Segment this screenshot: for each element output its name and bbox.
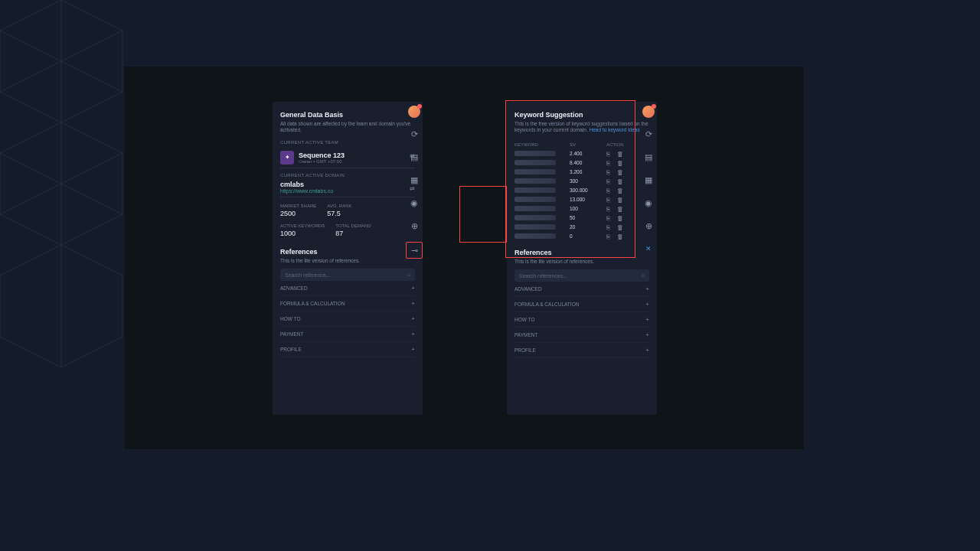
- copy-icon[interactable]: ⎘: [606, 169, 612, 175]
- copy-icon[interactable]: ⎘: [606, 160, 612, 166]
- avg-rank-label: AVG. RANK: [327, 204, 351, 208]
- copy-icon[interactable]: ⎘: [606, 197, 612, 203]
- reference-item[interactable]: FORMULA & CALCULATION+: [280, 296, 415, 311]
- references-subtitle: This is the lite version of references.: [280, 258, 415, 264]
- keyword-blurred: [514, 187, 556, 193]
- total-demand-value: 87: [335, 230, 371, 237]
- keyword-row: 0⎘🗑: [514, 232, 649, 241]
- delete-icon[interactable]: 🗑: [617, 197, 623, 203]
- plus-icon: +: [411, 300, 415, 307]
- clipboard-icon[interactable]: ▤: [642, 150, 655, 164]
- sv-value: 8.400: [570, 160, 606, 165]
- copy-icon[interactable]: ⎘: [606, 233, 612, 240]
- reference-item[interactable]: FORMULA & CALCULATION+: [514, 297, 649, 312]
- team-meta: Owner • GMT +07:00: [299, 159, 345, 164]
- delete-icon[interactable]: 🗑: [617, 187, 623, 194]
- team-label: CURRENT ACTIVE TEAM: [280, 140, 415, 145]
- plus-icon: +: [411, 346, 415, 353]
- avatar-icon[interactable]: [408, 106, 420, 118]
- keyword-blurred: [514, 178, 556, 184]
- plus-icon: +: [411, 285, 415, 292]
- keyword-blurred: [514, 197, 556, 202]
- avg-rank-value: 57.5: [327, 210, 351, 217]
- close-icon[interactable]: ✕: [642, 242, 655, 256]
- keyword-ideas-link[interactable]: Head to keyword ideas: [590, 127, 640, 132]
- delete-icon[interactable]: 🗑: [617, 178, 623, 184]
- active-kw-value: 1000: [280, 230, 325, 237]
- search-icon: ⌕: [407, 271, 411, 278]
- globe-icon[interactable]: ⊕: [407, 219, 421, 233]
- plus-icon: +: [645, 347, 649, 354]
- content-frame: [125, 67, 804, 449]
- reference-search[interactable]: ⌕: [280, 269, 415, 281]
- reference-item[interactable]: PAYMENT+: [514, 328, 649, 343]
- delete-icon[interactable]: 🗑: [617, 233, 623, 240]
- domain-name: cmlabs: [280, 181, 415, 188]
- refresh-icon[interactable]: ⟳: [642, 127, 655, 141]
- reference-search-input[interactable]: [285, 272, 410, 278]
- active-team-row[interactable]: ✦ Sequence 123 Owner • GMT +07:00 ⇄: [280, 148, 415, 168]
- grid-icon[interactable]: ▦: [642, 173, 655, 187]
- plus-icon: +: [645, 285, 649, 292]
- sv-value: 13.000: [570, 197, 606, 202]
- keyword-row: 8.400⎘🗑: [514, 158, 649, 168]
- keyword-blurred: [514, 206, 556, 211]
- camera-icon[interactable]: ◉: [642, 196, 655, 210]
- plus-icon: +: [411, 331, 415, 337]
- globe-icon[interactable]: ⊕: [642, 219, 655, 233]
- key-icon[interactable]: ⊸: [406, 242, 423, 259]
- keyword-suggestion-panel: Keyword Suggestion This is the free vers…: [507, 102, 657, 415]
- delete-icon[interactable]: 🗑: [617, 215, 623, 221]
- copy-icon[interactable]: ⎘: [606, 206, 612, 212]
- domain-label: CURRENT ACTIVE DOMAIN: [280, 173, 415, 178]
- clipboard-icon[interactable]: ▤: [407, 150, 421, 164]
- keyword-blurred: [514, 160, 556, 165]
- sv-value: 100: [570, 206, 606, 211]
- keyword-row: 100⎘🗑: [514, 204, 649, 214]
- delete-icon[interactable]: 🗑: [617, 206, 623, 212]
- camera-icon[interactable]: ◉: [407, 196, 421, 210]
- keyword-blurred: [514, 233, 556, 239]
- active-domain-row[interactable]: cmlabs https://www.cmlabs.co ⇄: [280, 181, 415, 197]
- plus-icon: +: [411, 315, 415, 322]
- sv-value: 300.000: [570, 187, 606, 193]
- copy-icon[interactable]: ⎘: [606, 224, 612, 230]
- keyword-row: 20⎘🗑: [514, 223, 649, 232]
- references-subtitle: This is the lite version of references.: [514, 259, 649, 265]
- delete-icon[interactable]: 🗑: [617, 224, 623, 230]
- reference-item[interactable]: HOW TO+: [280, 311, 415, 327]
- reference-item[interactable]: PROFILE+: [280, 342, 415, 357]
- reference-item[interactable]: ADVANCED+: [514, 282, 649, 297]
- delete-icon[interactable]: 🗑: [617, 160, 623, 166]
- sv-value: 50: [570, 215, 606, 220]
- col-keyword: KEYWORD: [514, 142, 570, 147]
- plus-icon: +: [645, 331, 649, 338]
- reference-item[interactable]: ADVANCED+: [280, 281, 415, 296]
- search-icon: ⌕: [642, 272, 645, 279]
- keyword-row: 2.400⎘🗑: [514, 149, 649, 158]
- copy-icon[interactable]: ⎘: [606, 151, 612, 157]
- copy-icon[interactable]: ⎘: [606, 187, 612, 194]
- copy-icon[interactable]: ⎘: [606, 215, 612, 221]
- copy-icon[interactable]: ⎘: [606, 178, 612, 184]
- reference-item[interactable]: HOW TO+: [514, 312, 649, 328]
- panel-subtitle: This is the free version of keyword sugg…: [514, 121, 649, 134]
- refresh-icon[interactable]: ⟳: [407, 127, 421, 141]
- reference-search-input[interactable]: [519, 273, 645, 279]
- left-iconbar: ⟳ ▤ ▦ ◉ ⊕ ⊸: [406, 106, 423, 259]
- sv-value: 20: [570, 224, 606, 230]
- team-avatar-icon: ✦: [280, 151, 294, 165]
- delete-icon[interactable]: 🗑: [617, 151, 623, 157]
- panel-subtitle: All data shown are affected by the team …: [280, 121, 415, 134]
- reference-search[interactable]: ⌕: [514, 269, 649, 282]
- col-sv: SV: [570, 142, 606, 147]
- market-share-value: 2500: [280, 210, 316, 217]
- delete-icon[interactable]: 🗑: [617, 169, 623, 175]
- grid-icon[interactable]: ▦: [407, 173, 421, 187]
- reference-item[interactable]: PAYMENT+: [280, 327, 415, 342]
- plus-icon: +: [645, 301, 649, 308]
- reference-item[interactable]: PROFILE+: [514, 343, 649, 358]
- avatar-icon[interactable]: [642, 106, 655, 118]
- keyword-row: 300⎘🗑: [514, 177, 649, 186]
- sv-value: 0: [570, 233, 606, 239]
